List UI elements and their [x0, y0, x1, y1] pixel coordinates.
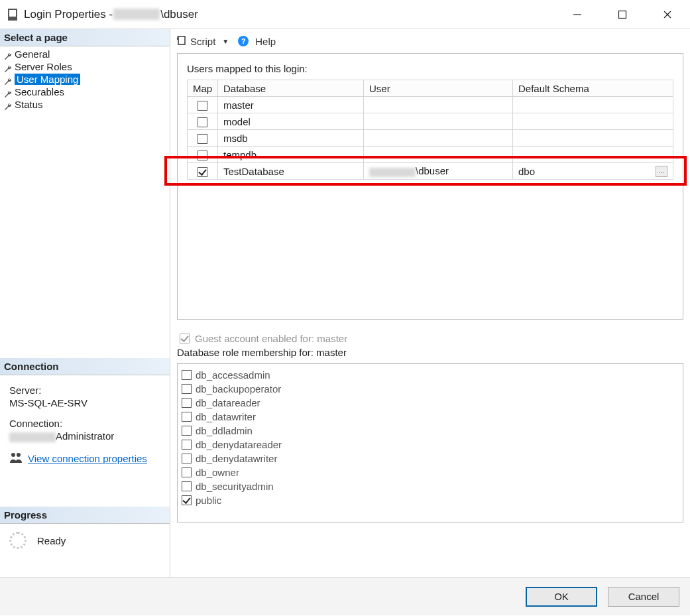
role-label: db_backupoperator	[196, 383, 281, 395]
svg-point-4	[11, 453, 15, 457]
cell-schema[interactable]	[513, 130, 673, 147]
role-label: db_accessadmin	[196, 369, 270, 381]
cell-user[interactable]: \dbuser	[364, 163, 513, 180]
wrench-icon	[4, 51, 11, 58]
progress-status: Ready	[37, 535, 66, 546]
cancel-button[interactable]: Cancel	[608, 587, 679, 607]
role-item[interactable]: db_accessadmin	[182, 368, 679, 382]
cell-schema[interactable]: dbo…	[513, 163, 673, 180]
svg-rect-1	[619, 11, 626, 18]
svg-point-5	[17, 453, 21, 457]
role-item[interactable]: db_denydatawriter	[182, 452, 679, 465]
script-dropdown-icon[interactable]: ▼	[222, 38, 229, 45]
role-checkbox[interactable]	[182, 426, 192, 436]
cell-schema[interactable]	[513, 97, 673, 113]
map-checkbox[interactable]	[198, 134, 207, 144]
role-item[interactable]: db_datareader	[182, 396, 679, 410]
progress-header: Progress	[0, 507, 170, 524]
roles-label: Database role membership for: master	[177, 347, 683, 358]
sidebar-item-user-mapping[interactable]: User Mapping	[0, 73, 170, 86]
cell-database[interactable]: msdb	[218, 130, 364, 147]
sidebar-item-securables[interactable]: Securables	[0, 86, 170, 98]
script-icon	[177, 36, 186, 47]
maximize-button[interactable]	[600, 0, 645, 29]
map-checkbox[interactable]	[198, 101, 207, 111]
connection-value-redacted	[9, 432, 56, 442]
schema-browse-button[interactable]: …	[656, 166, 667, 177]
col-schema[interactable]: Default Schema	[513, 80, 673, 97]
connection-body: Server: MS-SQL-AE-SRV Connection: Admini…	[0, 375, 170, 473]
cell-user[interactable]	[364, 130, 513, 147]
role-label: db_datawriter	[196, 411, 256, 422]
role-checkbox[interactable]	[182, 384, 192, 394]
wrench-icon	[4, 64, 11, 70]
cell-database[interactable]: tempdb	[218, 147, 364, 163]
col-database[interactable]: Database	[218, 80, 364, 97]
col-map[interactable]: Map	[188, 80, 218, 97]
role-item[interactable]: db_datawriter	[182, 410, 679, 424]
role-item[interactable]: db_owner	[182, 465, 679, 479]
close-button[interactable]	[645, 0, 690, 29]
role-item[interactable]: db_securityadmin	[182, 479, 679, 493]
connection-label: Connection:	[9, 418, 163, 429]
progress-body: Ready	[0, 524, 170, 557]
server-value: MS-SQL-AE-SRV	[9, 397, 163, 408]
cell-user[interactable]	[364, 97, 513, 113]
cell-user[interactable]	[364, 147, 513, 163]
select-page-header: Select a page	[0, 29, 170, 46]
table-row[interactable]: TestDatabase\dbuserdbo…	[188, 163, 673, 180]
role-checkbox[interactable]	[182, 467, 192, 477]
sidebar-item-server-roles[interactable]: Server Roles	[0, 60, 170, 73]
map-checkbox[interactable]	[198, 117, 207, 127]
sidebar-item-status[interactable]: Status	[0, 98, 170, 111]
role-label: public	[196, 495, 221, 506]
help-button[interactable]: Help	[255, 36, 276, 47]
cell-schema[interactable]	[513, 147, 673, 163]
role-checkbox[interactable]	[182, 495, 192, 505]
sidebar-item-general[interactable]: General	[0, 48, 170, 60]
role-checkbox[interactable]	[182, 481, 192, 491]
cell-database[interactable]: TestDatabase	[218, 163, 364, 180]
table-row[interactable]: tempdb	[188, 147, 673, 163]
wrench-icon	[4, 101, 11, 108]
table-row[interactable]: model	[188, 113, 673, 130]
role-label: db_denydatareader	[196, 439, 282, 450]
sidebar-item-label: User Mapping	[15, 74, 80, 85]
sidebar-item-label: Status	[15, 99, 43, 110]
window-controls	[555, 0, 690, 29]
table-row[interactable]: master	[188, 97, 673, 113]
role-label: db_ddladmin	[196, 425, 253, 436]
minimize-button[interactable]	[555, 0, 600, 29]
ok-button[interactable]: OK	[526, 587, 597, 607]
window-title-suffix: \dbuser	[160, 8, 198, 21]
mapping-label: Users mapped to this login:	[187, 63, 673, 74]
role-item[interactable]: db_ddladmin	[182, 424, 679, 438]
role-checkbox[interactable]	[182, 412, 192, 422]
spinner-icon	[9, 532, 27, 549]
help-icon: ?	[238, 36, 249, 46]
connection-value-suffix: Administrator	[56, 430, 114, 442]
cell-database[interactable]: master	[218, 97, 364, 113]
cell-user[interactable]	[364, 113, 513, 130]
connection-value: Administrator	[9, 430, 163, 442]
role-checkbox[interactable]	[182, 398, 192, 408]
role-item[interactable]: db_backupoperator	[182, 382, 679, 396]
map-checkbox[interactable]	[198, 167, 207, 177]
role-item[interactable]: public	[182, 493, 679, 507]
connection-header: Connection	[0, 358, 170, 375]
role-checkbox[interactable]	[182, 454, 192, 463]
wrench-icon	[4, 76, 11, 83]
cell-database[interactable]: model	[218, 113, 364, 130]
script-button[interactable]: Script	[190, 36, 215, 47]
user-redacted	[369, 168, 416, 177]
guest-label: Guest account enabled for: master	[195, 333, 347, 344]
role-item[interactable]: db_denydatareader	[182, 438, 679, 452]
page-list: GeneralServer RolesUser MappingSecurable…	[0, 46, 170, 117]
view-connection-properties-link[interactable]: View connection properties	[28, 453, 147, 464]
role-checkbox[interactable]	[182, 370, 192, 380]
map-checkbox[interactable]	[198, 151, 207, 160]
cell-schema[interactable]	[513, 113, 673, 130]
table-row[interactable]: msdb	[188, 130, 673, 147]
col-user[interactable]: User	[364, 80, 513, 97]
role-checkbox[interactable]	[182, 440, 192, 450]
